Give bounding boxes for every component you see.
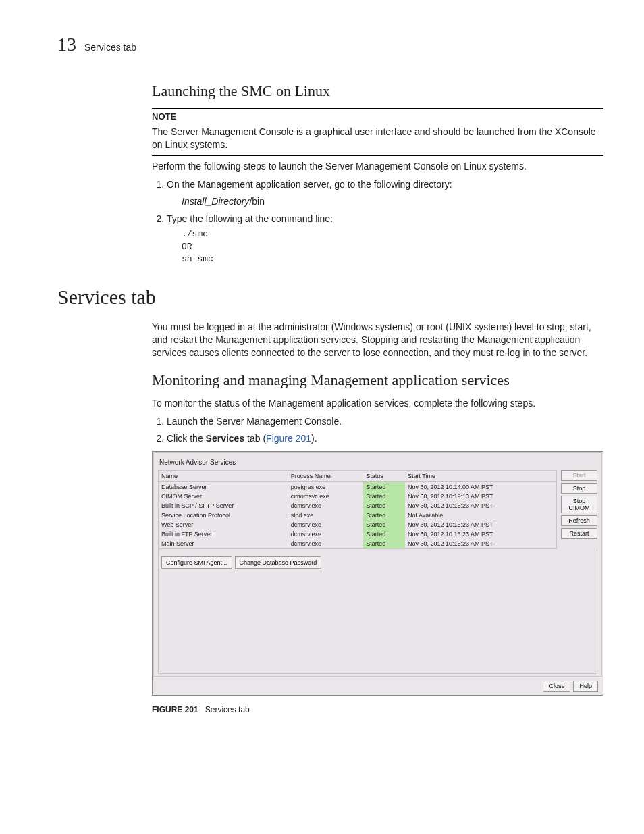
table-row[interactable]: Built in FTP Serverdcmsrv.exeStartedNov …	[159, 529, 556, 539]
sec3-intro: To monitor the status of the Management …	[152, 397, 603, 410]
cell-process: dcmsrv.exe	[288, 520, 364, 529]
cell-start-time: Nov 30, 2012 10:14:00 AM PST	[405, 481, 556, 492]
sec3-step2: Click the Services tab (Figure 201).	[167, 432, 603, 446]
command-block: ./smc OR sh smc	[182, 228, 603, 265]
cell-process: dcmsrv.exe	[288, 539, 364, 548]
cell-status: Started	[363, 501, 405, 511]
cell-process: postgres.exe	[288, 481, 364, 492]
start-button[interactable]: Start	[561, 470, 597, 481]
sec3-step1: Launch the Server Management Console.	[167, 415, 603, 429]
cell-name: Service Location Protocol	[159, 511, 288, 520]
cell-status: Started	[363, 539, 405, 548]
sec1-steps: On the Management application server, go…	[152, 178, 603, 265]
section-heading-launching: Launching the SMC on Linux	[152, 82, 603, 100]
services-table: Name Process Name Status Start Time Data…	[158, 470, 557, 549]
page-header: 13 Services tab	[57, 34, 603, 55]
cell-process: slpd.exe	[288, 511, 364, 520]
cell-name: CIMOM Server	[159, 492, 288, 501]
cell-name: Web Server	[159, 520, 288, 529]
cmd-line-2: OR	[182, 241, 603, 253]
sec3-steps: Launch the Server Management Console. Cl…	[152, 415, 603, 446]
table-row[interactable]: Service Location Protocolslpd.exeStarted…	[159, 511, 556, 520]
services-tab-figure: Network Advisor Services Name Process Na…	[152, 451, 603, 696]
note-label: NOTE	[152, 111, 603, 122]
cell-status: Started	[363, 481, 405, 492]
cell-name: Main Server	[159, 539, 288, 548]
restart-button[interactable]: Restart	[561, 528, 597, 539]
cell-status: Started	[363, 520, 405, 529]
cell-start-time: Nov 30, 2012 10:15:23 AM PST	[405, 539, 556, 548]
cell-status: Started	[363, 511, 405, 520]
note-rule-bottom	[152, 155, 603, 156]
note-rule-top	[152, 108, 603, 109]
stop-cimom-button[interactable]: Stop CIMOM	[561, 496, 597, 513]
col-status[interactable]: Status	[363, 471, 405, 482]
figure-caption: FIGURE 201 Services tab	[152, 705, 603, 714]
sec1-step1-text: On the Management application server, go…	[167, 179, 452, 190]
cell-start-time: Nov 30, 2012 10:15:23 AM PST	[405, 501, 556, 511]
cell-process: dcmsrv.exe	[288, 501, 364, 511]
table-row[interactable]: Database Serverpostgres.exeStartedNov 30…	[159, 481, 556, 492]
chapter-number: 13	[57, 34, 76, 55]
cell-name: Database Server	[159, 481, 288, 492]
sec3-step2-a: Click the	[167, 433, 206, 444]
col-process[interactable]: Process Name	[288, 471, 364, 482]
close-button[interactable]: Close	[543, 681, 570, 692]
cell-status: Started	[363, 529, 405, 539]
cell-status: Started	[363, 492, 405, 501]
sec3-step2-b: Services	[206, 433, 245, 444]
sec1-step1: On the Management application server, go…	[167, 178, 603, 209]
sec1-step2-text: Type the following at the command line:	[167, 213, 333, 224]
cmd-line-1: ./smc	[182, 228, 603, 240]
cmd-line-3: sh smc	[182, 253, 603, 265]
cell-start-time: Nov 30, 2012 10:15:23 AM PST	[405, 529, 556, 539]
figure-caption-text: Services tab	[205, 705, 250, 714]
main-heading-services-tab: Services tab	[57, 286, 603, 309]
cell-name: Built in FTP Server	[159, 529, 288, 539]
sec1-step1-sub: Install_Directory/bin	[182, 195, 603, 209]
refresh-button[interactable]: Refresh	[561, 515, 597, 526]
col-name[interactable]: Name	[159, 471, 288, 482]
figure-panel-title: Network Advisor Services	[159, 459, 597, 466]
configure-smi-button[interactable]: Configure SMI Agent...	[161, 556, 232, 569]
cell-process: cimomsvc.exe	[288, 492, 364, 501]
table-scroll-area: Configure SMI Agent... Change Database P…	[158, 549, 597, 674]
note-text: The Server Management Console is a graph…	[152, 126, 603, 151]
sec2-intro: You must be logged in at the administrat…	[152, 321, 603, 359]
change-db-password-button[interactable]: Change Database Password	[235, 556, 322, 569]
table-row[interactable]: Built in SCP / SFTP Serverdcmsrv.exeStar…	[159, 501, 556, 511]
table-row[interactable]: Main Serverdcmsrv.exeStartedNov 30, 2012…	[159, 539, 556, 548]
dialog-bottom-buttons: Close Help	[153, 677, 602, 694]
help-button[interactable]: Help	[573, 681, 598, 692]
cell-process: dcmsrv.exe	[288, 529, 364, 539]
figure-caption-label: FIGURE 201	[152, 705, 198, 714]
col-start-time[interactable]: Start Time	[405, 471, 556, 482]
table-row[interactable]: Web Serverdcmsrv.exeStartedNov 30, 2012 …	[159, 520, 556, 529]
service-buttons: Start Stop Stop CIMOM Refresh Restart	[561, 470, 597, 549]
cell-name: Built in SCP / SFTP Server	[159, 501, 288, 511]
cell-start-time: Not Available	[405, 511, 556, 520]
sec1-intro: Perform the following steps to launch th…	[152, 160, 603, 173]
cell-start-time: Nov 30, 2012 10:19:13 AM PST	[405, 492, 556, 501]
sec3-step2-c: tab (	[244, 433, 266, 444]
chapter-title: Services tab	[84, 42, 136, 53]
sec3-step2-d: ).	[311, 433, 317, 444]
stop-button[interactable]: Stop	[561, 483, 597, 494]
install-dir-italic: Install_Directory	[182, 196, 249, 207]
install-dir-rest: /bin	[249, 196, 265, 207]
sec1-step2: Type the following at the command line: …	[167, 213, 603, 265]
figure-link[interactable]: Figure 201	[266, 433, 311, 444]
cell-start-time: Nov 30, 2012 10:15:23 AM PST	[405, 520, 556, 529]
section-heading-monitoring: Monitoring and managing Management appli…	[152, 371, 603, 389]
table-row[interactable]: CIMOM Servercimomsvc.exeStartedNov 30, 2…	[159, 492, 556, 501]
